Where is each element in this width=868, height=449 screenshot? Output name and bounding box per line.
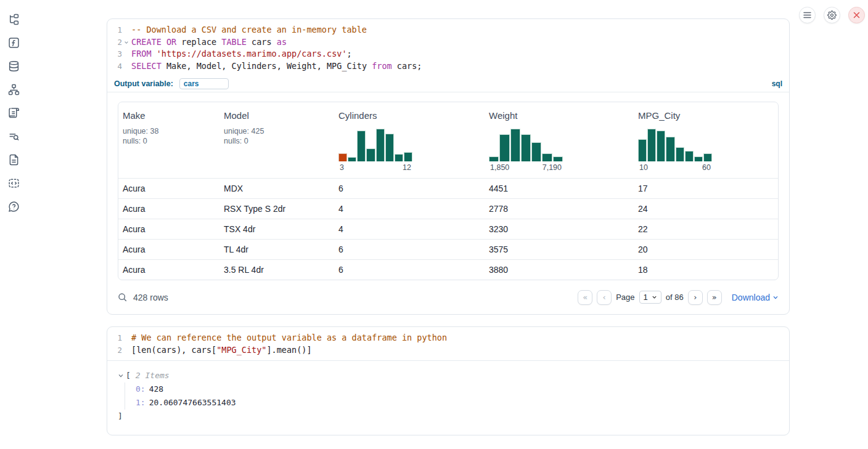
table-row[interactable]: AcuraTSX 4dr4323022 [118,219,778,240]
help-icon[interactable] [8,201,20,212]
page-select[interactable]: 1 [639,291,661,304]
line-number: 2 [107,344,122,357]
line-number: 3 [107,48,122,60]
download-label: Download [732,293,770,302]
code-text: -- Download a CSV and create an in-memor… [131,24,367,36]
table-row[interactable]: AcuraMDX6445117 [118,179,778,199]
histogram-bar [553,156,563,161]
histogram-bar [338,153,347,161]
page-label: Page [616,293,634,302]
tree-item: 0:428 [136,382,778,396]
sql-cell: 1-- Download a CSV and create an in-memo… [107,18,790,315]
column-title: MPG_City [638,110,777,121]
tree-item-key: 0: [136,384,145,394]
row-count: 428 rows [133,293,168,302]
table-cell: MDX [219,179,334,198]
table-footer: 428 rows « ‹ Page 1 of 86 › » Download [107,280,789,314]
column-histogram[interactable]: 1,8507,190 [489,129,563,172]
search-icon[interactable] [118,293,128,302]
table-cell: Acura [118,199,219,219]
code-line[interactable]: 1# We can reference the output variable … [107,332,789,344]
column-header-make[interactable]: Makeunique: 38nulls: 0 [118,102,219,178]
language-badge[interactable]: sql [772,79,782,88]
code-snippets-icon[interactable] [8,177,20,189]
page-select-value: 1 [644,293,648,302]
table-header-row: Makeunique: 38nulls: 0Modelunique: 425nu… [118,102,778,179]
last-page-button[interactable]: » [707,290,722,305]
gear-icon [827,10,837,20]
menu-button[interactable] [799,7,816,23]
first-page-button[interactable]: « [578,290,592,305]
histogram-bar [542,153,552,161]
histogram-bar [694,156,703,161]
table-row[interactable]: Acura3.5 RL 4dr6388018 [118,260,778,280]
database-icon[interactable] [8,60,20,72]
code-text: FROM 'https://datasets.marimo.app/cars.c… [131,48,352,60]
histogram-bar [521,134,531,161]
next-page-button[interactable]: › [688,290,703,305]
of-total-label: of 86 [666,293,684,302]
document-icon[interactable] [8,154,20,166]
code-line[interactable]: 1-- Download a CSV and create an in-memo… [107,24,789,36]
column-header-cylinders[interactable]: Cylinders312 [334,102,485,178]
prev-page-button[interactable]: ‹ [597,290,612,305]
column-stats: unique: 38nulls: 0 [123,126,216,146]
column-header-model[interactable]: Modelunique: 425nulls: 0 [219,102,334,178]
histogram-bar [395,154,403,161]
download-button[interactable]: Download [732,293,779,302]
tree-item-key: 1: [136,398,145,407]
code-line[interactable]: 2[len(cars), cars["MPG_City"].mean()] [107,344,789,357]
column-header-mpg_city[interactable]: MPG_City1060 [634,102,779,178]
table-row[interactable]: AcuraRSX Type S 2dr4277824 [118,199,778,219]
code-line[interactable]: 4SELECT Make, Model, Cylinders, Weight, … [107,60,789,73]
file-tree-icon[interactable] [8,14,20,25]
table-row[interactable]: AcuraTL 4dr6357520 [118,240,778,260]
sql-editor[interactable]: 1-- Download a CSV and create an in-memo… [107,19,789,76]
code-text: CREATE OR replace TABLE cars as [131,36,287,49]
menu-icon [803,12,811,18]
histogram-bar [366,148,375,161]
table-cell: Acura [118,219,219,239]
table-cell: 3230 [485,219,634,239]
code-line[interactable]: 3FROM 'https://datasets.marimo.app/cars.… [107,48,789,60]
settings-button[interactable] [824,7,840,23]
histogram-bar [703,153,712,161]
table-cell: 3.5 RL 4dr [219,260,334,280]
table-cell: 4 [334,219,485,239]
chevron-down-icon [118,373,124,379]
search-list-icon[interactable] [8,131,20,142]
table-cell: 4 [334,199,485,219]
function-icon[interactable] [8,37,20,49]
output-variable-row: Output variable: sql [107,76,789,92]
column-title: Weight [489,110,630,121]
histogram-bars [338,129,412,161]
close-icon [853,12,860,18]
histogram-axis-labels: 1,8507,190 [489,161,563,172]
table-cell: 6 [334,179,485,198]
column-title: Cylinders [338,110,481,121]
dependency-graph-icon[interactable] [8,84,20,95]
fold-chevron-icon[interactable] [122,40,131,45]
python-editor[interactable]: 1# We can reference the output variable … [107,327,789,360]
code-line[interactable]: 2CREATE OR replace TABLE cars as [107,36,789,49]
output-variable-label: Output variable: [114,79,173,88]
table-cell: 3880 [485,260,634,280]
shutdown-button[interactable] [848,7,865,23]
histogram-bar [638,139,647,161]
table-cell: 17 [634,179,779,198]
scroll-logs-icon[interactable] [8,107,20,119]
column-stats: unique: 425nulls: 0 [224,126,330,146]
histogram-bar [685,151,694,161]
column-histogram[interactable]: 312 [338,129,412,172]
column-header-weight[interactable]: Weight1,8507,190 [485,102,634,178]
table-cell: Acura [118,260,219,280]
notebook: 1-- Download a CSV and create an in-memo… [107,18,790,435]
column-histogram[interactable]: 1060 [638,129,712,172]
tree-collapse-toggle[interactable] [118,373,124,379]
open-bracket: [ [126,369,131,382]
output-variable-input[interactable] [179,78,229,89]
histogram-bar [657,131,665,161]
pagination: « ‹ Page 1 of 86 › » [578,290,722,305]
tree-item-value: 428 [149,384,163,394]
table-cell: 20 [634,240,779,259]
